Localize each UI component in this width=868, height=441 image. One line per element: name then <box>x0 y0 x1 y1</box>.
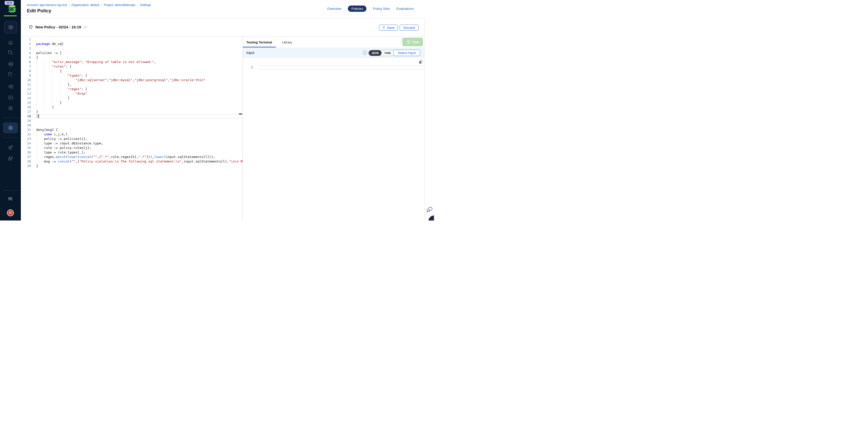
format-toggle[interactable]: JSON YAML <box>368 50 394 56</box>
code-line[interactable]: 17} <box>21 109 243 114</box>
breadcrumb-link[interactable]: Project: demodbdevops <box>104 3 135 7</box>
breadcrumb-link[interactable]: Settings <box>140 3 151 7</box>
sidebar-item-pipeline[interactable] <box>0 83 21 91</box>
code-line[interactable]: 8 { <box>21 69 243 73</box>
input-editor-line[interactable]: 1 <box>243 65 424 69</box>
indent-guide <box>52 69 52 105</box>
sidebar-item-database-grid[interactable] <box>0 70 21 79</box>
code-line[interactable]: 27 regex.match(lower(concat("",[".*",rul… <box>21 155 243 159</box>
line-number: 23 <box>21 137 31 141</box>
code-line[interactable]: 20 <box>21 123 243 128</box>
code-line[interactable]: 16 ] <box>21 105 243 109</box>
sidebar-divider <box>2 118 18 118</box>
code-text: ], <box>31 83 71 87</box>
code-text: } <box>31 164 38 168</box>
indent-guide <box>44 60 44 109</box>
code-line[interactable]: 24 type := input.dbInstance.type; <box>21 141 243 146</box>
line-number: 2 <box>21 42 31 46</box>
save-label: Save <box>387 26 395 30</box>
discard-button[interactable]: Discard <box>400 25 419 31</box>
code-line[interactable]: 26 type = rule.types[_]; <box>21 150 243 155</box>
policy-name: New Policy - 02/24 - 16:19 <box>35 25 81 29</box>
line-number: 10 <box>21 78 31 83</box>
code-line[interactable]: 4policies := [ <box>21 51 243 55</box>
select-input-button[interactable]: Select Input <box>393 50 420 56</box>
nav-policies[interactable]: Policies <box>348 5 367 12</box>
code-text <box>31 123 36 128</box>
input-line-number: 1 <box>243 65 253 69</box>
sidebar-item-home[interactable] <box>0 38 21 47</box>
code-text: policy := policies[i]; <box>31 137 87 141</box>
sidebar-divider <box>2 190 18 191</box>
code-line[interactable]: 22 some i,j,k,l <box>21 132 243 137</box>
code-text: "rules": [ <box>31 64 71 69</box>
nav-policy-sets[interactable]: Policy Sets <box>373 7 390 10</box>
module-underline <box>4 15 17 16</box>
input-label: Input <box>246 51 254 55</box>
nav-overview[interactable]: Overview <box>327 7 341 10</box>
code-line[interactable]: 13 "drop" <box>21 91 243 96</box>
code-line[interactable]: 11 ], <box>21 83 243 87</box>
sidebar-item-layers-gear[interactable] <box>0 143 21 152</box>
line-number: 12 <box>21 87 31 91</box>
code-text: ] <box>31 105 54 109</box>
edit-pencil-icon[interactable] <box>83 25 88 29</box>
save-button[interactable]: Save <box>379 25 398 31</box>
line-number: 6 <box>21 60 31 64</box>
code-line[interactable]: 7 "rules": [ <box>21 64 243 69</box>
sidebar-item-gear[interactable] <box>0 104 21 113</box>
copy-icon[interactable] <box>418 60 423 64</box>
code-line[interactable]: 28 msg := concat("",["Policy violation:\… <box>21 159 243 164</box>
code-line[interactable]: 9 "types": [ <box>21 73 243 78</box>
code-line[interactable]: 10 "jdbc:sqlserver","jdbc:mysql","jdbc:p… <box>21 78 243 83</box>
code-line[interactable]: 14 ] <box>21 96 243 100</box>
sidebar-item-executions-play[interactable] <box>0 93 21 102</box>
code-line[interactable]: 6 "error_message": "Dropping of table is… <box>21 60 243 64</box>
nav-evaluations[interactable]: Evaluations <box>396 7 414 10</box>
gear-active-icon <box>7 125 13 131</box>
format-option-yaml[interactable]: YAML <box>381 50 394 56</box>
code-line[interactable]: 12 "regex": [ <box>21 87 243 91</box>
code-line[interactable]: 25 rule := policy.rules[j]; <box>21 146 243 150</box>
support-chat-icon[interactable] <box>426 206 433 213</box>
code-line[interactable]: 21deny[msg] { <box>21 128 243 132</box>
format-option-json[interactable]: JSON <box>369 50 381 56</box>
sidebar-item-settings-active[interactable] <box>3 122 18 133</box>
tab-testing-terminal[interactable]: Testing Terminal <box>246 40 272 44</box>
sidebar-module-selector[interactable] <box>4 21 17 33</box>
code-text: rule := policy.rules[j]; <box>31 146 91 150</box>
code-text: regex.match(lower(concat("",[".*",rule.r… <box>31 155 215 159</box>
code-text: "jdbc:sqlserver","jdbc:mysql","jdbc:post… <box>31 78 205 83</box>
code-text: } <box>31 100 62 105</box>
breadcrumb-link[interactable]: Organization: default <box>71 3 99 7</box>
svg-text:?: ? <box>9 198 10 199</box>
code-line[interactable]: 1 <box>21 37 243 42</box>
sidebar-item-database-stack[interactable] <box>0 60 21 69</box>
breadcrumb-link[interactable]: Account: app-harness-ng-cicd <box>27 3 67 7</box>
chat-widget-corner[interactable] <box>429 216 434 220</box>
test-button[interactable]: Test <box>402 38 423 46</box>
sidebar-item-database-gear[interactable] <box>0 48 21 57</box>
hierarchy-gear-icon <box>7 155 13 161</box>
database-devops-logo-icon[interactable] <box>6 4 18 13</box>
code-line[interactable]: 2package db_sql <box>21 42 243 46</box>
line-number: 21 <box>21 128 31 132</box>
code-line[interactable]: 19 <box>21 119 243 123</box>
code-text <box>31 46 36 51</box>
code-line[interactable]: 3 <box>21 46 243 51</box>
tab-library[interactable]: Library <box>282 40 292 44</box>
gear-icon <box>7 105 13 111</box>
code-line[interactable]: 5{ <box>21 55 243 60</box>
line-number: 1 <box>21 37 31 42</box>
indent-guide <box>60 73 60 100</box>
sidebar-item-hierarchy-gear[interactable] <box>0 154 21 163</box>
line-number: 9 <box>21 73 31 78</box>
code-line[interactable]: 23 policy := policies[i]; <box>21 137 243 141</box>
testing-panel: Testing Terminal Library Test Input </> … <box>243 37 424 220</box>
policy-code-editor[interactable]: 12package db_sql34policies := [5{6 "erro… <box>21 37 243 220</box>
policy-top-nav: OverviewPoliciesPolicy SetsEvaluations <box>327 5 414 12</box>
help-chat-button[interactable]: ? <box>0 194 21 203</box>
code-line[interactable]: 15 } <box>21 100 243 105</box>
code-line[interactable]: 29} <box>21 164 243 168</box>
user-avatar[interactable]: AT <box>7 210 14 216</box>
